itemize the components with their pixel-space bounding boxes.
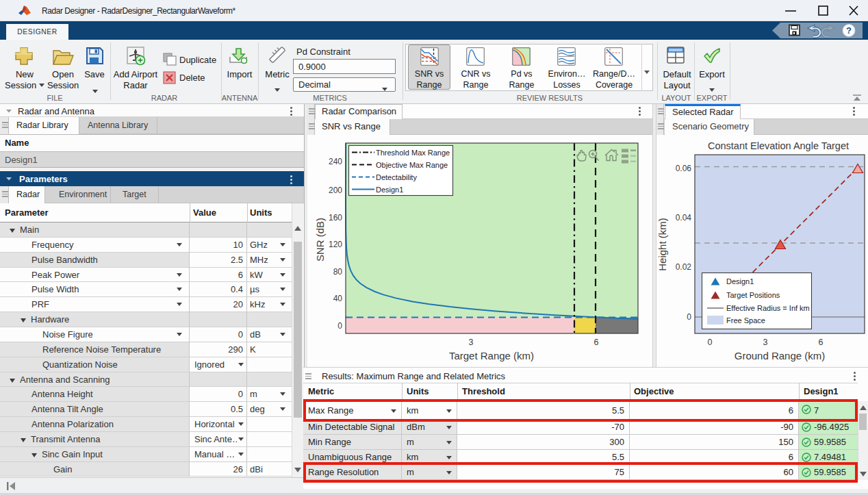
svg-text:3: 3 — [763, 338, 768, 347]
svg-text:0: 0 — [708, 338, 713, 347]
svg-text:Detectability: Detectability — [376, 173, 417, 181]
svg-text:Design1: Design1 — [726, 277, 754, 285]
svg-text:6: 6 — [594, 338, 599, 347]
svg-text:0.02: 0.02 — [676, 262, 692, 272]
svg-text:Height (km): Height (km) — [656, 218, 668, 271]
svg-text:Objective Max Range: Objective Max Range — [376, 161, 448, 169]
svg-text:0.04: 0.04 — [676, 213, 692, 223]
svg-text:Design1: Design1 — [376, 186, 403, 194]
svg-text:200: 200 — [329, 186, 342, 195]
svg-text:Ground Range (km): Ground Range (km) — [735, 350, 826, 361]
svg-text:SNR (dB): SNR (dB) — [314, 218, 326, 262]
svg-text:3: 3 — [469, 338, 474, 347]
svg-text:Threshold Max Range: Threshold Max Range — [376, 149, 450, 157]
svg-text:120: 120 — [329, 240, 342, 249]
svg-text:0.06: 0.06 — [676, 164, 692, 173]
svg-text:80: 80 — [333, 267, 343, 277]
svg-text:?: ? — [846, 25, 852, 36]
svg-text:240: 240 — [329, 157, 342, 166]
svg-text:Free Space: Free Space — [726, 316, 765, 325]
svg-text:0: 0 — [337, 321, 342, 331]
svg-text:160: 160 — [329, 213, 342, 223]
svg-text:Target Positions: Target Positions — [726, 291, 780, 299]
svg-text:0: 0 — [687, 312, 691, 322]
svg-text:Target Range (km): Target Range (km) — [449, 350, 534, 361]
svg-text:Effective Radius = Inf km: Effective Radius = Inf km — [726, 304, 810, 312]
svg-text:40: 40 — [333, 294, 343, 303]
svg-text:6: 6 — [819, 338, 824, 347]
svg-text:Constant Elevation Angle Targe: Constant Elevation Angle Target — [708, 140, 849, 151]
